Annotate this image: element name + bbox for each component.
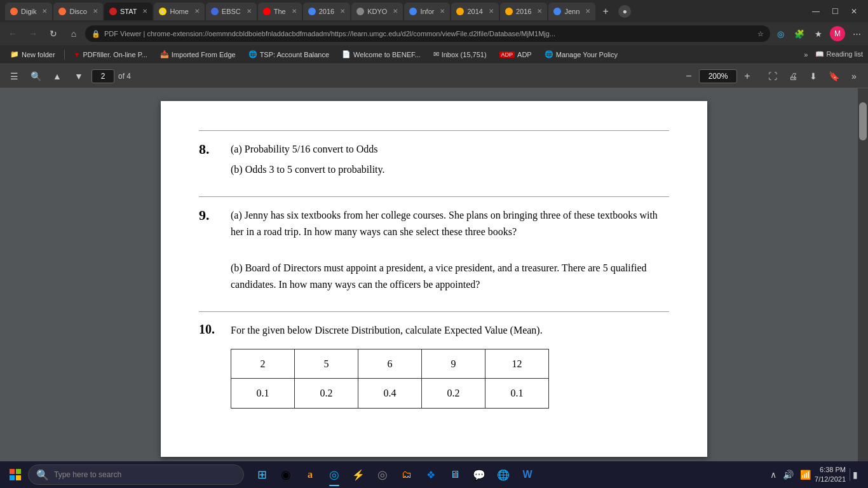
- pdf-zoom-in-button[interactable]: +: [740, 69, 755, 84]
- imported-icon: 📥: [160, 50, 169, 58]
- bookmarks-more-button[interactable]: » 📖 Reading list: [804, 50, 863, 58]
- pdf-sidebar-toggle[interactable]: ☰: [5, 67, 23, 85]
- bookmark-tsp[interactable]: 🌐 TSP: Account Balance: [243, 49, 334, 60]
- tab-disco[interactable]: Disco ✕: [53, 3, 103, 20]
- bookmark-benef[interactable]: 📄 Welcome to BENEF...: [337, 49, 426, 60]
- tray-chevron[interactable]: ∧: [769, 468, 778, 481]
- tab-infor[interactable]: Infor ✕: [404, 3, 450, 20]
- pdf-print-button[interactable]: 🖨: [784, 67, 802, 85]
- taskbar-clock[interactable]: 6:38 PM 7/12/2021: [815, 465, 846, 485]
- tab-close-disco[interactable]: ✕: [93, 8, 98, 15]
- tab-2014[interactable]: 2014 ✕: [451, 3, 498, 20]
- taskbar-app-spark[interactable]: ⚡: [347, 463, 370, 486]
- pdf-zoom-input[interactable]: [699, 69, 737, 83]
- inbox-mail-icon: ✉: [433, 50, 439, 58]
- start-button[interactable]: [4, 463, 27, 486]
- pdf-more-button[interactable]: »: [845, 67, 863, 85]
- tab-home[interactable]: ★ Home ✕: [154, 3, 204, 20]
- table-cell-r1c3: 6: [358, 349, 422, 379]
- back-button[interactable]: ←: [4, 25, 22, 43]
- table-cell-r1c5: 12: [485, 349, 549, 379]
- taskbar-edge-active[interactable]: ◎: [323, 463, 346, 486]
- chevron-right-icon: »: [804, 51, 808, 58]
- taskbar-edge-button[interactable]: ◉: [275, 463, 297, 486]
- taskbar-discord[interactable]: 💬: [468, 463, 491, 486]
- table-cell-r1c4: 9: [422, 349, 485, 379]
- tab-ebsc[interactable]: EBSC ✕: [206, 3, 257, 20]
- tab-close-2016a[interactable]: ✕: [340, 8, 345, 15]
- pdf-bookmark-button[interactable]: 🔖: [825, 67, 843, 85]
- taskbar-search-box[interactable]: 🔍 Type here to search: [28, 464, 244, 485]
- address-bar[interactable]: 🔒 PDF Viewer | chrome-extension://oemmnd…: [85, 25, 770, 42]
- tab-close-2014[interactable]: ✕: [489, 8, 494, 15]
- bookmark-label-inbox: Inbox (15,751): [442, 51, 487, 58]
- bookmark-imported-from-edge[interactable]: 📥 Imported From Edge: [155, 49, 241, 60]
- profile-icon[interactable]: ●: [618, 5, 631, 18]
- pdf-download-button[interactable]: ⬇: [804, 67, 822, 85]
- tab-jenn[interactable]: Jenn ✕: [548, 3, 595, 20]
- tab-close-jenn[interactable]: ✕: [585, 8, 590, 15]
- bookmark-label-benef: Welcome to BENEF...: [353, 51, 421, 58]
- taskbar-chrome[interactable]: 🌐: [492, 463, 515, 486]
- tab-close-home[interactable]: ✕: [194, 8, 200, 15]
- svg-rect-0: [10, 469, 15, 474]
- taskbar-pinned-apps: ⊞ ◉ a ◎ ⚡ ◎ 🗂 ❖ 🖥 💬 🌐: [250, 463, 539, 486]
- clock-date: 7/12/2021: [815, 475, 846, 484]
- refresh-button[interactable]: ↻: [44, 25, 62, 43]
- taskbar-file-explorer[interactable]: 🗂: [395, 463, 418, 486]
- close-button[interactable]: ✕: [845, 3, 863, 20]
- tab-the[interactable]: The ✕: [258, 3, 302, 20]
- extensions-icon[interactable]: 🧩: [792, 26, 807, 41]
- bookmark-adp[interactable]: ADP ADP: [494, 50, 537, 60]
- tab-close-2016b[interactable]: ✕: [537, 8, 542, 15]
- tab-close-infor[interactable]: ✕: [440, 8, 445, 15]
- bookmark-pdffiller[interactable]: ▼ PDFfiller. On-line P...: [69, 50, 153, 60]
- pdf-search-button[interactable]: 🔍: [27, 67, 44, 85]
- collections-icon[interactable]: ◎: [773, 26, 788, 41]
- tab-digik[interactable]: Digik ✕: [5, 3, 52, 20]
- profile-avatar[interactable]: M: [830, 26, 845, 41]
- tab-kdyo[interactable]: KDYO ✕: [351, 3, 403, 20]
- forward-button[interactable]: →: [24, 25, 42, 43]
- maximize-button[interactable]: ☐: [826, 3, 844, 20]
- taskbar-task-view[interactable]: ⊞: [250, 463, 273, 486]
- bookmark-inbox[interactable]: ✉ Inbox (15,751): [428, 49, 492, 60]
- tab-2016b[interactable]: 2016 ✕: [500, 3, 547, 20]
- tab-close-the[interactable]: ✕: [292, 8, 297, 15]
- scrollbar-thumb[interactable]: [859, 102, 867, 140]
- tab-close-kdyo[interactable]: ✕: [393, 8, 398, 15]
- pdf-zoom-out-button[interactable]: −: [681, 69, 696, 84]
- taskbar-app-store[interactable]: 🖥: [444, 463, 466, 486]
- home-button[interactable]: ⌂: [65, 25, 83, 43]
- bookmark-label-manage-policy: Manage Your Policy: [556, 51, 618, 58]
- tray-network[interactable]: 📶: [799, 468, 812, 481]
- show-desktop-button[interactable]: ▮: [850, 468, 859, 481]
- settings-icon[interactable]: ⋯: [849, 26, 864, 41]
- pdf-up-button[interactable]: ▲: [48, 67, 66, 85]
- tab-2016a[interactable]: 2016 ✕: [303, 3, 350, 20]
- minimize-button[interactable]: —: [807, 3, 825, 20]
- tab-stat[interactable]: STAT ✕: [104, 3, 153, 20]
- star-bookmark-icon[interactable]: ☆: [757, 30, 764, 38]
- address-text: PDF Viewer | chrome-extension://oemmndcb…: [104, 30, 754, 37]
- tab-close-ebsc[interactable]: ✕: [247, 8, 252, 15]
- tab-close-stat[interactable]: ✕: [142, 8, 147, 15]
- pdf-scrollbar[interactable]: [858, 88, 868, 461]
- new-tab-button[interactable]: +: [597, 3, 614, 20]
- bookmark-manage-policy[interactable]: 🌐 Manage Your Policy: [539, 49, 623, 60]
- taskbar-amazon[interactable]: a: [299, 463, 322, 486]
- favorites-icon[interactable]: ★: [811, 26, 826, 41]
- pdf-page-input[interactable]: 2: [92, 69, 114, 83]
- pdf-fit-page-button[interactable]: ⛶: [764, 67, 782, 85]
- taskbar-app-circle[interactable]: ◎: [371, 463, 394, 486]
- tray-volume[interactable]: 🔊: [782, 468, 795, 481]
- bookmarks-bar: 📁 New folder ▼ PDFfiller. On-line P... 📥…: [0, 45, 868, 64]
- taskbar-app-dropbox[interactable]: ❖: [419, 463, 442, 486]
- nav-action-icons: ◎ 🧩 ★ M ⋯: [773, 26, 864, 41]
- pdf-down-button[interactable]: ▼: [70, 67, 88, 85]
- taskbar-word[interactable]: W: [516, 463, 539, 486]
- benef-icon: 📄: [342, 50, 351, 58]
- bookmark-new-folder[interactable]: 📁 New folder: [5, 49, 60, 60]
- tab-close-digik[interactable]: ✕: [42, 8, 47, 15]
- window-controls: — ☐ ✕: [807, 3, 863, 20]
